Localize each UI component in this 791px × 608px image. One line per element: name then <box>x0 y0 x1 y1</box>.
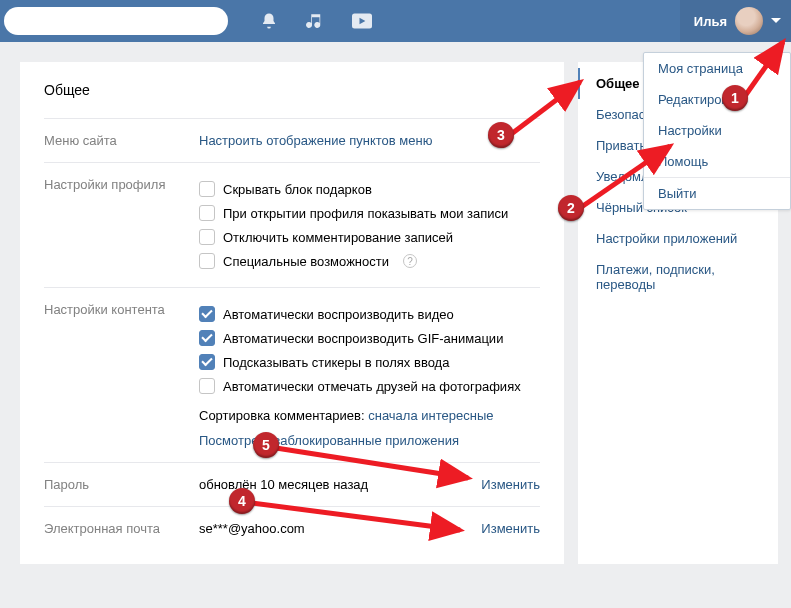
label-content-settings: Настройки контента <box>44 302 199 448</box>
checkbox[interactable] <box>199 330 215 346</box>
settings-content: Общее Меню сайта Настроить отображение п… <box>20 62 564 564</box>
label-email: Электронная почта <box>44 521 199 536</box>
sidebar-item-5[interactable]: Настройки приложений <box>578 223 778 254</box>
content-option-2[interactable]: Подсказывать стикеры в полях ввода <box>199 350 540 374</box>
email-value: se***@yahoo.com <box>199 521 305 536</box>
label-profile-settings: Настройки профиля <box>44 177 199 273</box>
row-profile-settings: Настройки профиля Скрывать блок подарков… <box>44 162 540 287</box>
search-input[interactable] <box>4 7 228 35</box>
dd-edit[interactable]: Редактировать <box>644 84 790 115</box>
checkbox[interactable] <box>199 354 215 370</box>
username: Илья <box>694 14 727 29</box>
checkbox-label: Автоматически воспроизводить видео <box>223 307 454 322</box>
dd-settings[interactable]: Настройки <box>644 115 790 146</box>
checkbox-label: Специальные возможности <box>223 254 389 269</box>
checkbox[interactable] <box>199 253 215 269</box>
password-value: обновлён 10 месяцев назад <box>199 477 368 492</box>
checkbox[interactable] <box>199 181 215 197</box>
dd-help[interactable]: Помощь <box>644 146 790 177</box>
chevron-down-icon <box>771 18 781 24</box>
dd-logout[interactable]: Выйти <box>644 178 790 209</box>
checkbox-label: Автоматически воспроизводить GIF-анимаци… <box>223 331 503 346</box>
row-password: Пароль обновлён 10 месяцев назад Изменит… <box>44 462 540 506</box>
row-content-settings: Настройки контента Автоматически воспрои… <box>44 287 540 462</box>
profile-option-2[interactable]: Отключить комментирование записей <box>199 225 540 249</box>
top-header: Илья <box>0 0 791 42</box>
music-icon[interactable] <box>306 12 324 30</box>
content-option-3[interactable]: Автоматически отмечать друзей на фотогра… <box>199 374 540 398</box>
header-icons <box>260 12 372 30</box>
page-title: Общее <box>44 82 540 118</box>
checkbox-label: Автоматически отмечать друзей на фотогра… <box>223 379 521 394</box>
avatar <box>735 7 763 35</box>
password-change[interactable]: Изменить <box>481 477 540 492</box>
content-option-0[interactable]: Автоматически воспроизводить видео <box>199 302 540 326</box>
bell-icon[interactable] <box>260 12 278 30</box>
checkbox[interactable] <box>199 378 215 394</box>
sort-label: Сортировка комментариев: <box>199 408 365 423</box>
checkbox-label: При открытии профиля показывать мои запи… <box>223 206 508 221</box>
content-option-1[interactable]: Автоматически воспроизводить GIF-анимаци… <box>199 326 540 350</box>
profile-option-3[interactable]: Специальные возможности? <box>199 249 540 273</box>
help-icon[interactable]: ? <box>403 254 417 268</box>
profile-option-1[interactable]: При открытии профиля показывать мои запи… <box>199 201 540 225</box>
checkbox-label: Отключить комментирование записей <box>223 230 453 245</box>
checkbox[interactable] <box>199 306 215 322</box>
user-menu-toggle[interactable]: Илья <box>680 0 791 42</box>
sort-value[interactable]: сначала интересные <box>368 408 493 423</box>
video-icon[interactable] <box>352 13 372 29</box>
row-site-menu: Меню сайта Настроить отображение пунктов… <box>44 118 540 162</box>
link-blocked-apps[interactable]: Посмотреть заблокированные приложения <box>199 433 459 448</box>
profile-option-0[interactable]: Скрывать блок подарков <box>199 177 540 201</box>
checkbox[interactable] <box>199 229 215 245</box>
checkbox-label: Скрывать блок подарков <box>223 182 372 197</box>
row-email: Электронная почта se***@yahoo.com Измени… <box>44 506 540 550</box>
link-configure-menu[interactable]: Настроить отображение пунктов меню <box>199 133 432 148</box>
email-change[interactable]: Изменить <box>481 521 540 536</box>
label-password: Пароль <box>44 477 199 492</box>
dd-my-page[interactable]: Моя страница <box>644 53 790 84</box>
label-site-menu: Меню сайта <box>44 133 199 148</box>
sidebar-item-6[interactable]: Платежи, подписки, переводы <box>578 254 778 300</box>
user-dropdown: Моя страница Редактировать Настройки Пом… <box>643 52 791 210</box>
checkbox[interactable] <box>199 205 215 221</box>
checkbox-label: Подсказывать стикеры в полях ввода <box>223 355 449 370</box>
